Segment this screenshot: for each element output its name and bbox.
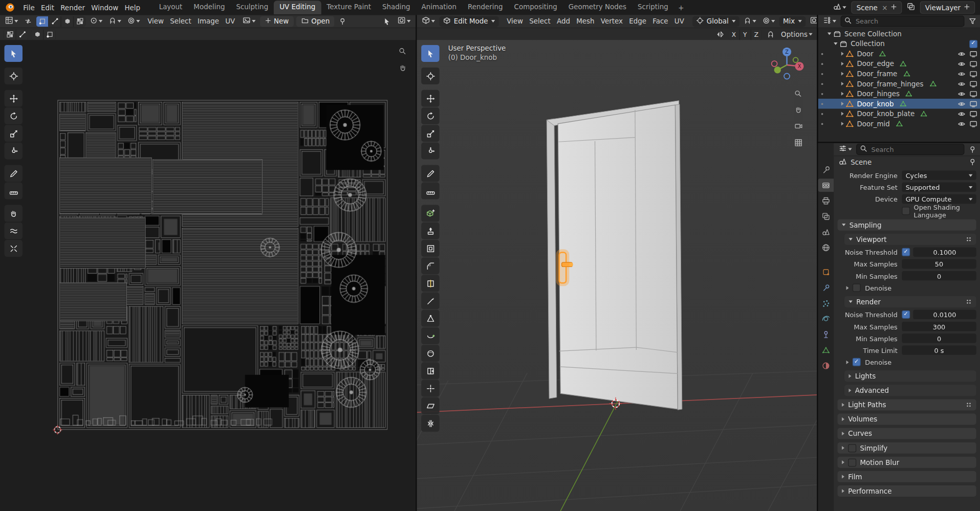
uv-map[interactable] [57,100,387,430]
disable-render-icon[interactable] [969,90,977,98]
tool-poly-build[interactable] [421,310,439,327]
outliner-row-door-knob[interactable]: Door_knob [818,99,980,109]
tool-inset[interactable] [421,240,439,257]
outliner-row-door-edge[interactable]: Door_edge [818,59,980,69]
properties-tab-output[interactable] [818,194,834,208]
subpanel-denoise[interactable]: Denoise [846,357,976,367]
uv-sync-selection-icon[interactable] [23,17,34,26]
section-film[interactable]: Film [838,471,976,482]
outliner-row-door[interactable]: Door [818,49,980,59]
uv-menu-select[interactable]: Select [167,16,194,27]
browse-image-button[interactable] [241,16,257,27]
properties-tab-scene[interactable] [818,226,834,239]
tool-cursor[interactable] [421,68,439,84]
tool-shear[interactable] [421,397,439,414]
viewport-menu-edge[interactable]: Edge [626,16,649,27]
collection-checkbox[interactable] [969,40,977,48]
tool-annotate[interactable] [5,165,23,182]
tool-measure[interactable] [421,183,439,199]
uv-overlay-mix-selector[interactable]: Mix [779,16,805,27]
property-noise-threshold-value[interactable]: 0.0100 [913,310,976,319]
viewport-menu-vertex[interactable]: Vertex [598,16,626,27]
outliner-row-collection[interactable]: Collection [818,39,980,49]
mirror-x-button[interactable]: X [728,29,739,40]
viewport-menu-add[interactable]: Add [554,16,573,27]
workspace-tab-modeling[interactable]: Modeling [188,1,230,14]
disable-render-icon[interactable] [969,109,977,118]
workspace-tab-sculpting[interactable]: Sculpting [230,1,274,14]
property-noise-threshold-checkbox[interactable] [902,248,910,256]
viewport-zoom-icon[interactable] [794,90,803,99]
tool-rotate[interactable] [421,107,439,124]
property-device-value[interactable]: GPU Compute [902,194,976,204]
new-image-button[interactable]: New [260,16,294,27]
ortho-toggle-icon[interactable] [794,139,803,149]
properties-tab-physics[interactable] [818,313,834,326]
uv-stretch-toggle-icon[interactable] [16,29,28,40]
hide-viewport-icon[interactable] [957,50,966,58]
uv-menu-uv[interactable]: UV [222,16,238,27]
hide-viewport-icon[interactable] [957,70,966,78]
viewport-menu-select[interactable]: Select [526,16,554,27]
properties-tab-world[interactable] [818,241,834,254]
section-curves[interactable]: Curves [838,428,976,439]
pin-id-icon[interactable] [969,158,976,167]
unlink-scene-icon[interactable]: × [881,4,888,12]
property-noise-threshold-checkbox[interactable] [902,310,910,319]
gizmo-x-label[interactable]: X [798,63,801,69]
section-performance[interactable]: Performance [838,485,976,497]
gizmo-z-label[interactable]: Z [785,49,789,55]
panel-options-icon[interactable] [966,299,972,305]
pan-icon[interactable] [399,64,407,74]
uv-snap-button[interactable] [107,16,123,27]
uv-select-edge-button[interactable] [49,16,61,27]
mirror-z-button[interactable]: Z [751,29,761,40]
viewport-editor-type-button[interactable] [420,16,437,27]
tool-rotate[interactable] [5,107,23,124]
property-feature-set-value[interactable]: Supported [902,183,976,192]
camera-view-icon[interactable] [794,122,803,132]
section-lights[interactable]: Lights [844,370,976,382]
tool-knife[interactable] [421,293,439,309]
outliner-row-door-frame-hinges[interactable]: Door_frame_hinges [818,79,980,89]
properties-editor-type-button[interactable] [837,144,854,155]
workspace-tab-animation[interactable]: Animation [416,1,462,14]
uv-pivot-button[interactable] [88,16,104,27]
mirror-y-button[interactable]: Y [739,29,751,40]
uv-overlays-button[interactable] [396,16,412,27]
property-render-engine-value[interactable]: Cycles [902,170,976,180]
tool-transform[interactable] [421,142,439,159]
section-sampling[interactable]: Sampling [838,219,976,231]
uv-display-toggle-icon[interactable] [31,29,43,40]
hide-viewport-icon[interactable] [957,90,966,98]
mode-selector[interactable]: Edit Mode [440,16,499,27]
scene-selector[interactable]: Scene × [852,1,902,13]
browse-viewlayer-button[interactable] [905,2,917,13]
tool-add-cube[interactable] [421,205,439,222]
tool-pinch[interactable] [5,240,23,257]
disable-render-icon[interactable] [969,100,977,108]
proportional-edit-button[interactable] [760,16,777,27]
panel-options-icon[interactable] [966,236,972,242]
hide-viewport-icon[interactable] [957,60,966,68]
outliner-row-door-hinges[interactable]: Door_hinges [818,88,980,99]
section-advanced[interactable]: Advanced [844,385,976,396]
menu-file[interactable]: File [20,2,38,13]
property-time-limit-value[interactable]: 0 s [902,345,976,354]
new-scene-icon[interactable] [891,4,897,12]
section-viewport[interactable]: Viewport [844,234,976,245]
uv-select-face-button[interactable] [61,16,74,27]
workspace-tab-rendering[interactable]: Rendering [462,1,509,14]
hide-viewport-icon[interactable] [957,109,966,118]
tool-annotate[interactable] [421,165,439,182]
uv-select-island-button[interactable] [74,16,85,27]
browse-scene-button[interactable] [832,2,848,13]
outliner-filter-icon[interactable] [967,17,978,26]
menu-edit[interactable]: Edit [38,2,57,13]
properties-tab-tool[interactable] [818,163,834,176]
tool-tweak[interactable] [5,45,23,62]
tool-bevel[interactable] [421,257,439,274]
tool-edge-slide[interactable] [421,362,439,379]
property-max-samples-value[interactable]: 300 [902,322,976,331]
subpanel-denoise[interactable]: Denoise [846,282,976,293]
